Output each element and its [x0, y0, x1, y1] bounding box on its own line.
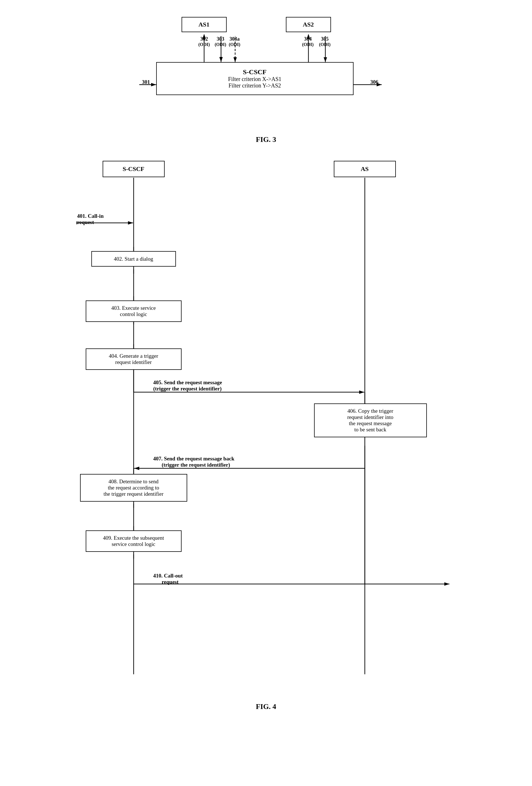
fig4-caption: FIG. 4 [256, 702, 276, 711]
odi304-text: (ODI) [302, 42, 314, 47]
step402-box: 402. Start a dialog [91, 251, 176, 267]
n306-text: 306 [370, 79, 379, 85]
label-301: 301 [142, 79, 150, 85]
as1-box: AS1 [182, 17, 227, 32]
svg-marker-27 [359, 390, 364, 394]
n305-text: 305 [319, 36, 331, 42]
step403-line2: control logic [92, 311, 175, 317]
step406-box: 406. Copy the trigger request identifier… [314, 403, 427, 437]
step404-line2: request identifier [92, 359, 175, 365]
svg-marker-12 [151, 83, 156, 86]
step409-box: 409. Execute the subsequent service cont… [86, 530, 182, 552]
n304-text: 304 [302, 36, 314, 42]
label-304: 304 (ODI) [302, 36, 314, 47]
step401-label: 401. Call-in request [77, 213, 128, 226]
label-303: 303 (ODI) [215, 36, 226, 47]
page-container: AS1 AS2 302 (ODI) 303 (ODI) 303a (ODI) [0, 0, 532, 786]
as2-box: AS2 [286, 17, 331, 32]
svg-marker-5 [223, 57, 235, 62]
step408-line1: 408. Determine to send [86, 479, 181, 485]
step406-line2: request identifier into [320, 414, 421, 420]
label-303a: 303a (ODI) [229, 36, 241, 47]
scscf-header-label: S-CSCF [123, 165, 144, 172]
odi303-text: (ODI) [215, 42, 226, 47]
step404-box: 404. Generate a trigger request identifi… [86, 348, 182, 370]
svg-marker-18 [128, 221, 133, 225]
step403-box: 403. Execute service control logic [86, 300, 182, 322]
label-305: 305 (ODI) [319, 36, 331, 47]
odi303a-text: (ODI) [229, 42, 241, 47]
step409-line1: 409. Execute the subsequent [92, 535, 175, 541]
step404-line1: 404. Generate a trigger [92, 353, 175, 359]
n303a-text: 303a [229, 36, 241, 42]
step406-line3: the request message [320, 420, 421, 426]
fig3-container: AS1 AS2 302 (ODI) 303 (ODI) 303a (ODI) [23, 17, 509, 144]
odi302-text: (ODI) [198, 42, 210, 47]
svg-marker-3 [219, 57, 223, 62]
label-302: 302 (ODI) [198, 36, 210, 47]
step403-line1: 403. Execute service [92, 305, 175, 311]
fig4-diagram: S-CSCF AS 401. Call-in request 402. Star… [69, 161, 463, 697]
svg-marker-38 [444, 582, 450, 586]
step409-line2: service control logic [92, 541, 175, 547]
fig3-diagram: AS1 AS2 302 (ODI) 303 (ODI) 303a (ODI) [139, 17, 393, 124]
fig4-container: S-CSCF AS 401. Call-in request 402. Star… [23, 161, 509, 711]
step407-label: 407. Send the request message back (trig… [153, 456, 235, 468]
step410-label: 410. Call-out request [153, 573, 183, 585]
fig3-caption: FIG. 3 [256, 135, 276, 144]
svg-marker-10 [324, 57, 327, 62]
filter2-text: Filter criterion Y->AS2 [168, 83, 342, 89]
step408-box: 408. Determine to send the request accor… [80, 474, 187, 502]
n301-text: 301 [142, 79, 150, 85]
n303-text: 303 [215, 36, 226, 42]
step406-line1: 406. Copy the trigger [320, 408, 421, 414]
as-header-box: AS [334, 161, 396, 177]
step402-label: 402. Start a dialog [114, 256, 153, 262]
n302-text: 302 [198, 36, 210, 42]
step408-line2: the request according to [86, 485, 181, 491]
step405-label: 405. Send the request message (trigger t… [153, 379, 222, 392]
label-306: 306 [370, 79, 379, 85]
odi305-text: (ODI) [319, 42, 331, 47]
as-header-label: AS [361, 165, 368, 172]
filter1-text: Filter criterion X->AS1 [168, 76, 342, 83]
svg-marker-31 [134, 467, 139, 470]
scscf-header-box: S-CSCF [103, 161, 165, 177]
step406-line4: to be sent back [320, 426, 421, 433]
as2-label: AS2 [303, 21, 314, 28]
svg-marker-6 [234, 57, 237, 62]
as1-label: AS1 [198, 21, 210, 28]
scscf-box: S-CSCF Filter criterion X->AS1 Filter cr… [156, 62, 354, 95]
step408-line3: the trigger request identifier [86, 491, 181, 497]
scscf-title: S-CSCF [168, 68, 342, 76]
